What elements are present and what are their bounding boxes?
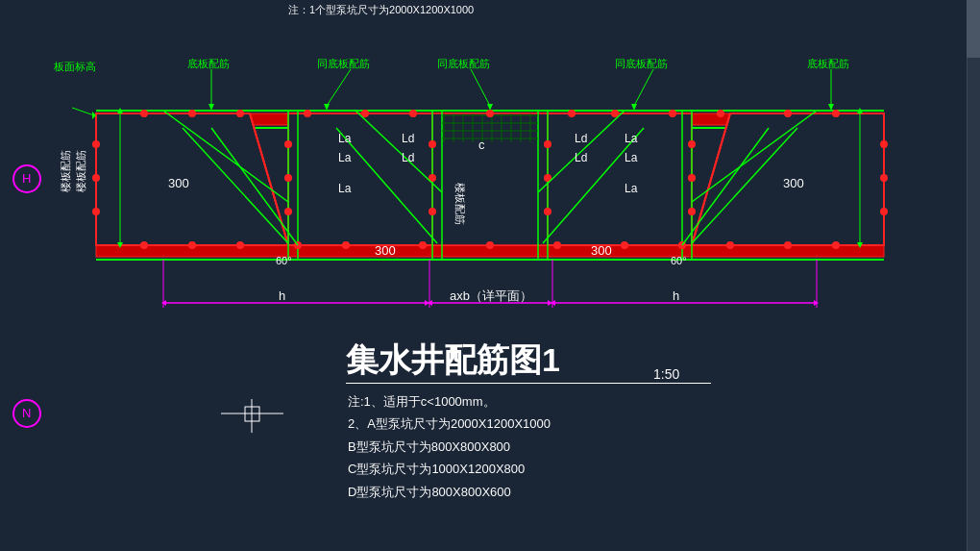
svg-marker-100 bbox=[487, 104, 493, 111]
svg-point-84 bbox=[544, 208, 551, 215]
h-right-label: h bbox=[673, 288, 679, 303]
svg-point-62 bbox=[621, 241, 628, 249]
svg-point-64 bbox=[726, 241, 734, 249]
svg-line-97 bbox=[327, 69, 351, 106]
ld-label-2: Ld bbox=[402, 151, 414, 164]
svg-point-79 bbox=[429, 140, 436, 148]
notes-block: 注:1、适用于c<1000mm。 2、A型泵坑尺寸为2000X1200X1000… bbox=[348, 390, 551, 503]
svg-point-60 bbox=[486, 241, 494, 249]
dim-300-right: 300 bbox=[783, 176, 804, 190]
dim-300-bottom-right: 300 bbox=[591, 243, 612, 258]
svg-point-69 bbox=[92, 208, 100, 215]
svg-point-56 bbox=[236, 241, 244, 249]
svg-point-59 bbox=[419, 241, 427, 249]
svg-point-51 bbox=[717, 110, 724, 117]
svg-point-48 bbox=[568, 110, 576, 117]
svg-point-54 bbox=[140, 241, 148, 249]
svg-point-77 bbox=[688, 174, 696, 182]
svg-point-68 bbox=[92, 174, 100, 182]
axb-label: axb（详平面） bbox=[450, 288, 532, 303]
svg-line-105 bbox=[72, 108, 94, 115]
scrollbar-thumb[interactable] bbox=[967, 0, 980, 58]
left-vert-label-2: 楼板配筋 bbox=[75, 150, 86, 192]
scale-label: 1:50 bbox=[653, 365, 679, 383]
svg-point-44 bbox=[304, 110, 311, 117]
svg-point-46 bbox=[409, 110, 417, 117]
same-bottom-label-2: 同底板配筋 bbox=[437, 58, 490, 69]
svg-marker-7 bbox=[96, 113, 288, 245]
svg-marker-96 bbox=[208, 104, 214, 111]
svg-point-74 bbox=[284, 174, 292, 182]
svg-point-72 bbox=[880, 208, 888, 215]
same-bottom-label-3: 同底板配筋 bbox=[615, 58, 668, 69]
svg-point-52 bbox=[784, 110, 792, 117]
bottom-circle-marker: N bbox=[22, 406, 31, 420]
dim-300-left: 300 bbox=[168, 176, 189, 190]
svg-point-82 bbox=[544, 140, 551, 148]
svg-point-75 bbox=[284, 208, 292, 215]
left-vert-label-1: 楼板配筋 bbox=[60, 150, 71, 192]
ld-label-1: Ld bbox=[402, 132, 414, 145]
main-title: 集水井配筋图1 bbox=[346, 338, 560, 383]
left-circle-marker: H bbox=[22, 171, 31, 186]
note-line-5: D型泵坑尺寸为800X800X600 bbox=[348, 481, 551, 503]
svg-point-47 bbox=[486, 110, 494, 117]
la-label-5: La bbox=[625, 151, 638, 164]
plate-level-label: 板面标高 bbox=[53, 61, 96, 72]
angle-60-left: 60° bbox=[276, 255, 292, 266]
svg-marker-104 bbox=[828, 104, 834, 111]
svg-point-70 bbox=[880, 140, 888, 148]
svg-line-99 bbox=[471, 69, 490, 106]
svg-point-50 bbox=[669, 110, 676, 117]
la-label-6: La bbox=[625, 182, 638, 195]
bottom-rebar-label-left: 底板配筋 bbox=[187, 58, 230, 69]
note-line-1: 注:1、适用于c<1000mm。 bbox=[348, 390, 551, 413]
note-line-3: B型泵坑尺寸为800X800X800 bbox=[348, 436, 551, 458]
h-left-label: h bbox=[279, 288, 285, 303]
c-label: c bbox=[478, 138, 485, 152]
ld-label-4: Ld bbox=[575, 151, 587, 164]
bottom-rebar-label-right: 底板配筋 bbox=[807, 58, 849, 69]
svg-point-71 bbox=[880, 174, 888, 182]
la-label-2: La bbox=[338, 151, 352, 164]
svg-point-61 bbox=[553, 241, 561, 249]
svg-point-42 bbox=[188, 110, 196, 117]
la-label-1: La bbox=[338, 132, 352, 145]
same-bottom-label-1: 同底板配筋 bbox=[317, 58, 370, 69]
svg-line-101 bbox=[634, 69, 653, 106]
svg-point-76 bbox=[688, 140, 696, 148]
svg-marker-102 bbox=[631, 104, 637, 111]
scrollbar[interactable] bbox=[967, 0, 980, 551]
ld-label-3: Ld bbox=[575, 132, 587, 145]
svg-point-81 bbox=[429, 208, 436, 215]
note-line-2: 2、A型泵坑尺寸为2000X1200X1000 bbox=[348, 413, 551, 435]
svg-point-43 bbox=[236, 110, 244, 117]
svg-marker-98 bbox=[324, 104, 330, 111]
svg-point-78 bbox=[688, 208, 696, 215]
svg-point-65 bbox=[784, 241, 792, 249]
angle-60-right: 60° bbox=[671, 255, 687, 266]
svg-point-66 bbox=[832, 241, 840, 249]
svg-text:注：1个型泵坑尺寸为2000X1200X1000: 注：1个型泵坑尺寸为2000X1200X1000 bbox=[288, 4, 474, 15]
svg-point-41 bbox=[140, 110, 148, 117]
la-label-3: La bbox=[338, 182, 352, 195]
dim-300-bottom-left: 300 bbox=[375, 243, 396, 258]
center-vert-label: 楼板配筋 bbox=[454, 183, 466, 225]
svg-point-67 bbox=[92, 140, 100, 148]
note-line-4: C型泵坑尺寸为1000X1200X800 bbox=[348, 458, 551, 480]
svg-point-58 bbox=[342, 241, 350, 249]
svg-point-53 bbox=[832, 110, 840, 117]
svg-point-55 bbox=[188, 241, 196, 249]
la-label-4: La bbox=[625, 132, 638, 145]
svg-point-73 bbox=[284, 140, 292, 148]
